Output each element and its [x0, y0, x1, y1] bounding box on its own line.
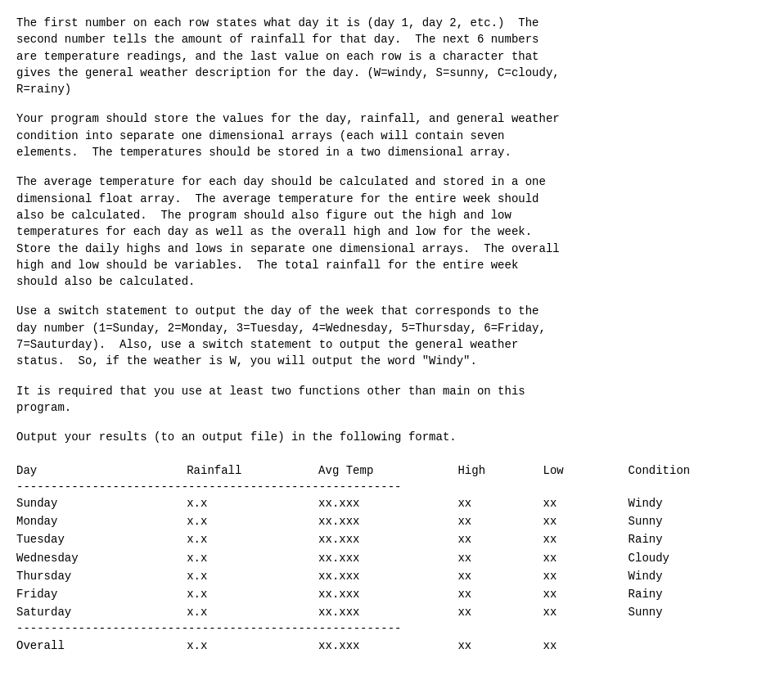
table-row: Monday x.x xx.xxx xx xx Sunny: [16, 512, 768, 530]
table-row: Tuesday x.x xx.xxx xx xx Rainy: [16, 530, 768, 548]
row-low: xx: [543, 603, 629, 621]
row-condition: Rainy: [629, 530, 768, 548]
overall-condition: [629, 636, 768, 656]
header-low: Low: [543, 462, 629, 480]
paragraph-2: Your program should store the values for…: [16, 110, 768, 160]
row-avgtemp: xx.xxx: [318, 530, 457, 548]
table-header-row: Day Rainfall Avg Temp High Low Condition: [16, 462, 768, 480]
table-row: Saturday x.x xx.xxx xx xx Sunny: [16, 603, 768, 621]
row-rainfall: x.x: [187, 530, 318, 548]
row-low: xx: [543, 585, 629, 603]
paragraph-1: The first number on each row states what…: [16, 15, 768, 97]
row-rainfall: x.x: [187, 549, 318, 567]
header-high: High: [457, 462, 543, 480]
row-avgtemp: xx.xxx: [318, 512, 457, 530]
header-condition: Condition: [629, 462, 768, 480]
row-high: xx: [457, 494, 543, 512]
row-avgtemp: xx.xxx: [318, 585, 457, 603]
overall-row: Overall x.x xx.xxx xx xx: [16, 636, 768, 656]
row-high: xx: [457, 530, 543, 548]
row-day: Tuesday: [16, 530, 187, 548]
row-condition: Rainy: [629, 585, 768, 603]
row-day: Monday: [16, 512, 187, 530]
output-table: Day Rainfall Avg Temp High Low Condition…: [16, 462, 768, 656]
table-row: Wednesday x.x xx.xxx xx xx Cloudy: [16, 549, 768, 567]
row-avgtemp: xx.xxx: [318, 494, 457, 512]
output-section: Day Rainfall Avg Temp High Low Condition…: [16, 462, 768, 656]
row-condition: Sunny: [629, 512, 768, 530]
row-high: xx: [457, 603, 543, 621]
table-top-divider: ----------------------------------------…: [16, 480, 768, 494]
table-row: Friday x.x xx.xxx xx xx Rainy: [16, 585, 768, 603]
table-row: Thursday x.x xx.xxx xx xx Windy: [16, 567, 768, 585]
divider-line: ----------------------------------------…: [16, 480, 768, 494]
header-day: Day: [16, 462, 187, 480]
row-day: Saturday: [16, 603, 187, 621]
divider-line-bottom: ----------------------------------------…: [16, 622, 768, 636]
row-low: xx: [543, 512, 629, 530]
row-condition: Windy: [629, 567, 768, 585]
main-content: The first number on each row states what…: [16, 15, 768, 656]
row-low: xx: [543, 567, 629, 585]
table-bottom-divider: ----------------------------------------…: [16, 622, 768, 636]
row-condition: Sunny: [629, 603, 768, 621]
overall-day: Overall: [16, 636, 187, 656]
table-row: Sunday x.x xx.xxx xx xx Windy: [16, 494, 768, 512]
row-high: xx: [457, 512, 543, 530]
row-condition: Cloudy: [629, 549, 768, 567]
overall-low: xx: [543, 636, 629, 656]
row-rainfall: x.x: [187, 494, 318, 512]
row-rainfall: x.x: [187, 585, 318, 603]
row-condition: Windy: [629, 494, 768, 512]
overall-high: xx: [457, 636, 543, 656]
row-day: Friday: [16, 585, 187, 603]
row-rainfall: x.x: [187, 567, 318, 585]
row-day: Wednesday: [16, 549, 187, 567]
overall-rainfall: x.x: [187, 636, 318, 656]
row-avgtemp: xx.xxx: [318, 549, 457, 567]
paragraph-3: The average temperature for each day sho…: [16, 174, 768, 290]
overall-avgtemp: xx.xxx: [318, 636, 457, 656]
row-high: xx: [457, 567, 543, 585]
row-high: xx: [457, 549, 543, 567]
header-rainfall: Rainfall: [187, 462, 318, 480]
row-rainfall: x.x: [187, 603, 318, 621]
row-rainfall: x.x: [187, 512, 318, 530]
row-low: xx: [543, 530, 629, 548]
row-low: xx: [543, 549, 629, 567]
row-day: Thursday: [16, 567, 187, 585]
paragraph-5: It is required that you use at least two…: [16, 383, 768, 417]
row-high: xx: [457, 585, 543, 603]
row-avgtemp: xx.xxx: [318, 567, 457, 585]
row-avgtemp: xx.xxx: [318, 603, 457, 621]
row-low: xx: [543, 494, 629, 512]
row-day: Sunday: [16, 494, 187, 512]
header-avgtemp: Avg Temp: [318, 462, 457, 480]
paragraph-6: Output your results (to an output file) …: [16, 429, 768, 445]
paragraph-4: Use a switch statement to output the day…: [16, 303, 768, 369]
